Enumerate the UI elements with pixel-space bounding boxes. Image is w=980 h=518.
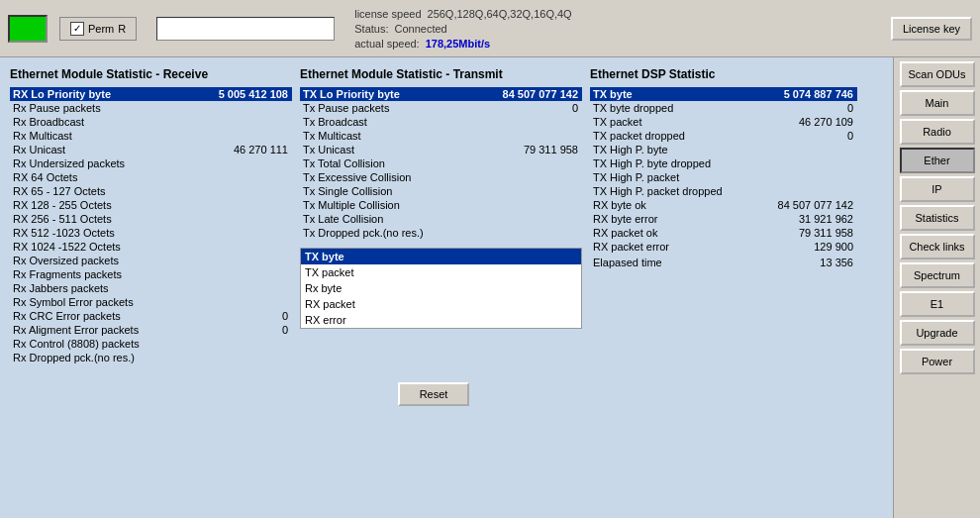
status-value: Connected [394, 23, 446, 35]
sidebar-btn-scan-odus[interactable]: Scan ODUs [900, 61, 975, 87]
tx-byte-table: TX packetRx byteRX packetRX error [301, 264, 581, 328]
stat-label: RX 512 -1023 Octets [10, 226, 189, 240]
perm-area: Perm R [59, 17, 137, 41]
stat-value [189, 156, 292, 170]
stat-value: 84 507 077 142 [470, 87, 582, 101]
perm-label: Perm [88, 23, 114, 35]
dsp-section: Ethernet DSP Statistic TX byte5 074 887 … [590, 67, 857, 364]
actual-speed-label: actual speed: [354, 38, 419, 50]
content-area: Ethernet Module Statistic - Receive RX L… [0, 57, 893, 518]
r-label: R [118, 23, 126, 35]
sidebar-btn-main[interactable]: Main [900, 90, 975, 116]
table-row: Tx Multiple Collision [300, 198, 582, 212]
stat-label: Elapased time [590, 256, 756, 269]
table-row: TX packet [301, 264, 581, 280]
stat-value [756, 184, 857, 198]
table-row: RX 512 -1023 Octets [10, 226, 292, 240]
stat-value [189, 170, 292, 184]
stat-value [189, 226, 292, 240]
info-section: license speed 256Q,128Q,64Q,32Q,16Q,4Q S… [354, 8, 571, 50]
table-row: Rx Fragments packets [10, 267, 292, 281]
sidebar-btn-radio[interactable]: Radio [900, 119, 975, 145]
stat-label: TX byte dropped [590, 101, 756, 115]
stat-label: RX packet ok [590, 226, 756, 240]
stat-value [547, 296, 581, 312]
stat-value [189, 198, 292, 212]
license-speed-label: license speed [354, 8, 421, 20]
stat-value [189, 295, 292, 309]
stat-value: 0 [189, 323, 292, 337]
table-row: Tx Late Collision [300, 212, 582, 226]
stat-label: Rx CRC Error packets [10, 309, 189, 323]
stat-label: Rx byte [301, 280, 547, 296]
stat-label: Rx Multicast [10, 129, 189, 143]
stat-label: RX Lo Priority byte [10, 87, 189, 101]
receive-table: RX Lo Priority byte5 005 412 108Rx Pause… [10, 87, 292, 364]
stat-label: TX packet [301, 264, 547, 280]
license-key-button[interactable]: License key [891, 17, 972, 41]
status-indicator [8, 15, 48, 43]
stat-label: TX High P. packet dropped [590, 184, 756, 198]
dsp-table: TX byte5 074 887 746TX byte dropped0TX p… [590, 87, 857, 269]
reset-row: Reset [10, 382, 857, 406]
stat-label: Tx Late Collision [300, 212, 470, 226]
stat-value [756, 156, 857, 170]
table-row: TX High P. byte dropped [590, 156, 857, 170]
sidebar-btn-check-links[interactable]: Check links [900, 234, 975, 259]
stat-label: RX error [301, 312, 547, 328]
tx-byte-header: TX byte [301, 249, 581, 264]
perm-checkbox[interactable] [70, 22, 84, 36]
table-row: Elapased time13 356 [590, 256, 857, 269]
stat-value [189, 240, 292, 254]
stat-label: RX byte error [590, 212, 756, 226]
stat-label: Rx Oversized packets [10, 254, 189, 267]
stat-label: Tx Broadcast [300, 115, 470, 129]
stats-grid: Ethernet Module Statistic - Receive RX L… [10, 67, 883, 406]
table-row: Rx CRC Error packets0 [10, 309, 292, 323]
transmit-table: TX Lo Priority byte84 507 077 142Tx Paus… [300, 87, 582, 240]
table-row: TX packet dropped0 [590, 129, 857, 143]
sidebar-btn-ether[interactable]: Ether [900, 148, 975, 173]
stat-value: 5 074 887 746 [756, 87, 857, 101]
table-row: Rx Oversized packets [10, 254, 292, 267]
main-layout: Ethernet Module Statistic - Receive RX L… [0, 57, 980, 518]
stat-label: RX 65 - 127 Octets [10, 184, 189, 198]
stat-value: 5 005 412 108 [189, 87, 292, 101]
stat-value: 0 [189, 309, 292, 323]
table-row: Rx Aligment Error packets0 [10, 323, 292, 337]
transmit-section: Ethernet Module Statistic - Transmit TX … [300, 67, 582, 364]
stat-value [547, 280, 581, 296]
table-row: RX 256 - 511 Octets [10, 212, 292, 226]
reset-button[interactable]: Reset [398, 382, 470, 406]
table-row: RX packet error129 900 [590, 240, 857, 254]
sidebar-btn-ip[interactable]: IP [900, 176, 975, 202]
status-label: Status: [354, 23, 388, 35]
sidebar-btn-power[interactable]: Power [900, 349, 975, 374]
stat-label: TX High P. byte [590, 143, 756, 156]
table-row: RX byte error31 921 962 [590, 212, 857, 226]
stat-label: Tx Pause packets [300, 101, 470, 115]
table-row: RX packet ok79 311 958 [590, 226, 857, 240]
stat-value [189, 212, 292, 226]
sidebar-btn-upgrade[interactable]: Upgrade [900, 320, 975, 346]
sidebar-btn-e1[interactable]: E1 [900, 291, 975, 317]
table-row: Tx Multicast [300, 129, 582, 143]
stat-value [470, 212, 582, 226]
actual-speed-value: 178,25Mbit/s [426, 38, 490, 50]
table-row: Tx Broadcast [300, 115, 582, 129]
sidebar-btn-statistics[interactable]: Statistics [900, 205, 975, 231]
stat-value: 129 900 [756, 240, 857, 254]
sidebar-btn-spectrum[interactable]: Spectrum [900, 262, 975, 288]
stat-label: RX 64 Octets [10, 170, 189, 184]
stat-value: 79 311 958 [470, 143, 582, 156]
stat-label: Rx Fragments packets [10, 267, 189, 281]
stat-label: Rx Broadbcast [10, 115, 189, 129]
transmit-title: Ethernet Module Statistic - Transmit [300, 67, 582, 81]
stat-value [470, 170, 582, 184]
table-row: TX byte dropped0 [590, 101, 857, 115]
table-row: RX 64 Octets [10, 170, 292, 184]
stat-value [470, 226, 582, 240]
stat-value [470, 156, 582, 170]
stat-label: Tx Dropped pck.(no res.) [300, 226, 470, 240]
main-input[interactable] [156, 17, 335, 41]
